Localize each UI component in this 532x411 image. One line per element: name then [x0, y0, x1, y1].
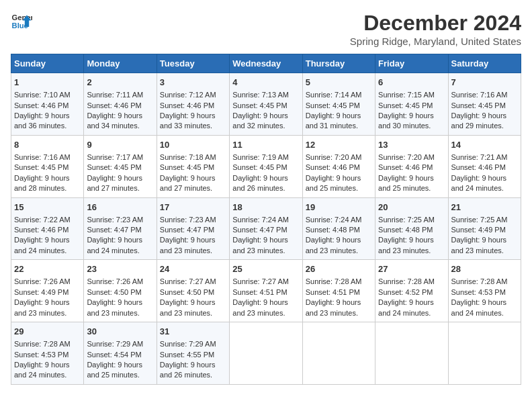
week-row-2: 8Sunrise: 7:16 AMSunset: 4:45 PMDaylight…	[11, 135, 521, 197]
calendar-cell: 9Sunrise: 7:17 AMSunset: 4:45 PMDaylight…	[84, 135, 157, 197]
daylight-text: Daylight: 9 hours and 24 minutes.	[87, 236, 142, 254]
daylight-text: Daylight: 9 hours and 26 minutes.	[232, 174, 288, 192]
daylight-text: Daylight: 9 hours and 23 minutes.	[14, 298, 70, 316]
daylight-text: Daylight: 9 hours and 23 minutes.	[306, 298, 361, 316]
calendar-cell: 14Sunrise: 7:21 AMSunset: 4:46 PMDayligh…	[448, 135, 521, 197]
sunrise-text: Sunrise: 7:23 AM	[87, 216, 143, 224]
sunrise-text: Sunrise: 7:28 AM	[14, 340, 71, 348]
sunset-text: Sunset: 4:45 PM	[87, 163, 141, 171]
logo-icon: General Blue	[11, 11, 32, 32]
daylight-text: Daylight: 9 hours and 34 minutes.	[87, 111, 142, 130]
sunset-text: Sunset: 4:45 PM	[160, 163, 214, 171]
sunset-text: Sunset: 4:47 PM	[232, 226, 287, 234]
calendar-cell: 18Sunrise: 7:24 AMSunset: 4:47 PMDayligh…	[230, 197, 302, 260]
sunrise-text: Sunrise: 7:22 AM	[14, 216, 71, 224]
calendar-cell: 2Sunrise: 7:11 AMSunset: 4:46 PMDaylight…	[84, 73, 157, 136]
sunrise-text: Sunrise: 7:24 AM	[306, 216, 362, 224]
daylight-text: Daylight: 9 hours and 28 minutes.	[14, 174, 70, 192]
day-number: 17	[160, 201, 226, 214]
calendar-cell: 8Sunrise: 7:16 AMSunset: 4:45 PMDaylight…	[11, 135, 84, 197]
sunrise-text: Sunrise: 7:13 AM	[232, 91, 289, 99]
calendar-cell: 28Sunrise: 7:28 AMSunset: 4:53 PMDayligh…	[448, 260, 521, 322]
calendar-cell: 10Sunrise: 7:18 AMSunset: 4:45 PMDayligh…	[157, 135, 229, 197]
day-number: 31	[160, 326, 226, 338]
calendar-cell	[375, 322, 448, 385]
col-header-sunday: Sunday	[11, 54, 84, 73]
sunset-text: Sunset: 4:46 PM	[14, 101, 69, 109]
sunrise-text: Sunrise: 7:11 AM	[87, 91, 143, 99]
daylight-text: Daylight: 9 hours and 24 minutes.	[451, 174, 507, 192]
sunrise-text: Sunrise: 7:17 AM	[87, 153, 143, 161]
day-number: 2	[87, 77, 153, 89]
col-header-monday: Monday	[84, 54, 157, 73]
svg-text:General: General	[12, 13, 32, 21]
day-number: 1	[14, 77, 81, 89]
sunset-text: Sunset: 4:45 PM	[451, 101, 506, 109]
daylight-text: Daylight: 9 hours and 23 minutes.	[232, 236, 288, 254]
day-number: 10	[160, 139, 226, 151]
calendar-cell: 19Sunrise: 7:24 AMSunset: 4:48 PMDayligh…	[302, 197, 375, 260]
calendar-cell: 20Sunrise: 7:25 AMSunset: 4:48 PMDayligh…	[375, 197, 448, 260]
day-number: 15	[14, 201, 81, 214]
sunset-text: Sunset: 4:48 PM	[378, 226, 433, 234]
daylight-text: Daylight: 9 hours and 23 minutes.	[160, 298, 216, 316]
header: General Blue December 2024 Spring Ridge,…	[11, 11, 521, 47]
calendar-cell: 25Sunrise: 7:27 AMSunset: 4:51 PMDayligh…	[230, 260, 302, 322]
sunset-text: Sunset: 4:47 PM	[160, 226, 214, 234]
daylight-text: Daylight: 9 hours and 24 minutes.	[451, 298, 507, 316]
daylight-text: Daylight: 9 hours and 25 minutes.	[306, 174, 361, 192]
week-row-5: 29Sunrise: 7:28 AMSunset: 4:53 PMDayligh…	[11, 322, 521, 385]
day-number: 23	[87, 263, 153, 275]
day-number: 11	[232, 139, 299, 151]
daylight-text: Daylight: 9 hours and 25 minutes.	[378, 174, 434, 192]
daylight-text: Daylight: 9 hours and 33 minutes.	[160, 111, 216, 130]
day-number: 16	[87, 201, 153, 214]
calendar-cell: 29Sunrise: 7:28 AMSunset: 4:53 PMDayligh…	[11, 322, 84, 385]
calendar-cell: 31Sunrise: 7:29 AMSunset: 4:55 PMDayligh…	[157, 322, 229, 385]
day-number: 30	[87, 326, 153, 338]
main-title: December 2024	[350, 11, 521, 36]
sunrise-text: Sunrise: 7:28 AM	[451, 277, 508, 285]
daylight-text: Daylight: 9 hours and 24 minutes.	[14, 361, 70, 379]
sunset-text: Sunset: 4:47 PM	[87, 226, 141, 234]
calendar-cell: 21Sunrise: 7:25 AMSunset: 4:49 PMDayligh…	[448, 197, 521, 260]
sunset-text: Sunset: 4:45 PM	[306, 101, 360, 109]
sunrise-text: Sunrise: 7:12 AM	[160, 91, 216, 99]
calendar-cell: 7Sunrise: 7:16 AMSunset: 4:45 PMDaylight…	[448, 73, 521, 136]
week-row-3: 15Sunrise: 7:22 AMSunset: 4:46 PMDayligh…	[11, 197, 521, 260]
sunrise-text: Sunrise: 7:27 AM	[232, 277, 289, 285]
day-number: 13	[378, 139, 445, 151]
sunset-text: Sunset: 4:54 PM	[87, 351, 141, 359]
sunset-text: Sunset: 4:50 PM	[160, 288, 214, 296]
calendar-cell: 5Sunrise: 7:14 AMSunset: 4:45 PMDaylight…	[302, 73, 375, 136]
daylight-text: Daylight: 9 hours and 27 minutes.	[160, 174, 216, 192]
daylight-text: Daylight: 9 hours and 25 minutes.	[87, 361, 142, 379]
subtitle: Spring Ridge, Maryland, United States	[350, 36, 521, 47]
calendar-cell: 13Sunrise: 7:20 AMSunset: 4:46 PMDayligh…	[375, 135, 448, 197]
day-number: 8	[14, 139, 81, 151]
sunset-text: Sunset: 4:46 PM	[378, 163, 433, 171]
daylight-text: Daylight: 9 hours and 27 minutes.	[87, 174, 142, 192]
calendar-cell: 26Sunrise: 7:28 AMSunset: 4:51 PMDayligh…	[302, 260, 375, 322]
sunset-text: Sunset: 4:46 PM	[306, 163, 360, 171]
logo: General Blue	[11, 11, 32, 32]
day-number: 4	[232, 77, 299, 89]
day-number: 19	[306, 201, 372, 214]
calendar-cell: 6Sunrise: 7:15 AMSunset: 4:45 PMDaylight…	[375, 73, 448, 136]
sunrise-text: Sunrise: 7:16 AM	[14, 153, 71, 161]
calendar-cell: 4Sunrise: 7:13 AMSunset: 4:45 PMDaylight…	[230, 73, 302, 136]
day-number: 5	[306, 77, 372, 89]
sunset-text: Sunset: 4:46 PM	[451, 163, 506, 171]
sunrise-text: Sunrise: 7:18 AM	[160, 153, 216, 161]
sunrise-text: Sunrise: 7:28 AM	[378, 277, 435, 285]
day-number: 18	[232, 201, 299, 214]
week-row-1: 1Sunrise: 7:10 AMSunset: 4:46 PMDaylight…	[11, 73, 521, 136]
sunrise-text: Sunrise: 7:29 AM	[160, 340, 216, 348]
calendar-cell: 11Sunrise: 7:19 AMSunset: 4:45 PMDayligh…	[230, 135, 302, 197]
daylight-text: Daylight: 9 hours and 24 minutes.	[378, 298, 434, 316]
daylight-text: Daylight: 9 hours and 23 minutes.	[160, 236, 216, 254]
day-number: 9	[87, 139, 153, 151]
col-header-wednesday: Wednesday	[230, 54, 302, 73]
day-number: 25	[232, 263, 299, 275]
sunset-text: Sunset: 4:45 PM	[232, 163, 287, 171]
